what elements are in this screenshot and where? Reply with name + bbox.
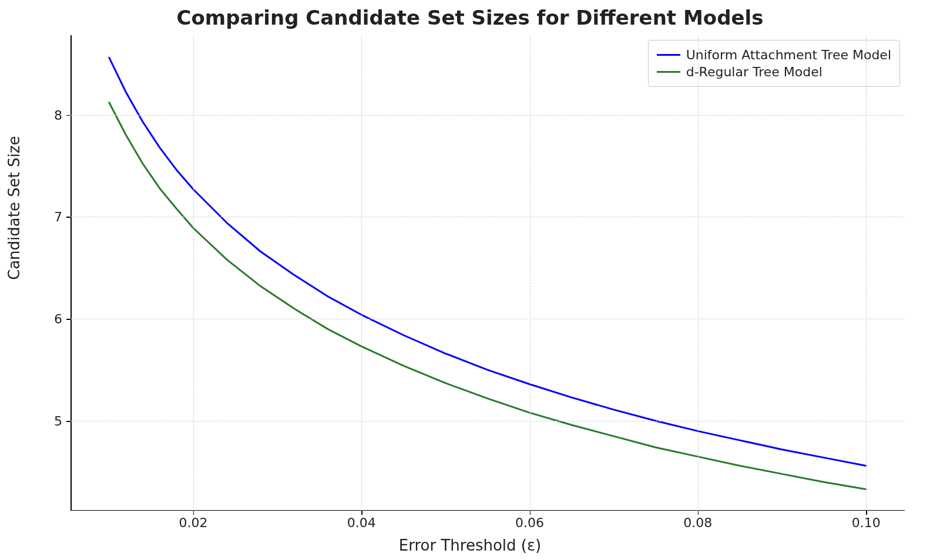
y-tick-label: 7 [54,210,62,224]
x-tick-label: 0.08 [683,515,712,530]
legend-label: Uniform Attachment Tree Model [686,48,891,62]
tick-mark [66,421,70,422]
grid-line [70,217,905,217]
x-tick-label: 0.04 [347,515,376,530]
x-tick-label: 0.02 [179,515,207,530]
chart-figure: Comparing Candidate Set Sizes for Differ… [0,0,940,560]
tick-mark [866,511,867,515]
legend-swatch [657,54,680,56]
y-tick-label: 8 [54,107,62,122]
plot-area: Uniform Attachment Tree Model d-Regular … [70,35,905,511]
grid-line [70,421,905,421]
grid-line [866,35,867,511]
tick-mark [361,511,362,515]
legend-item: d-Regular Tree Model [657,63,891,80]
tick-mark [66,115,70,116]
legend-swatch [657,71,680,73]
series-line [109,58,866,465]
tick-mark [530,511,531,515]
series-line [109,103,866,490]
grid-line [193,35,194,511]
grid-line [361,35,362,511]
legend-label: d-Regular Tree Model [686,65,822,79]
x-axis-label: Error Threshold (ε) [0,537,940,554]
tick-mark [66,217,70,218]
series-lines-svg [70,35,905,511]
grid-line [70,319,905,319]
y-axis-label: Candidate Set Size [5,136,23,280]
tick-mark [698,511,699,515]
legend: Uniform Attachment Tree Model d-Regular … [648,40,900,87]
legend-item: Uniform Attachment Tree Model [657,46,891,63]
chart-title: Comparing Candidate Set Sizes for Differ… [0,6,940,29]
y-tick-label: 6 [54,312,62,326]
grid-line [70,115,905,116]
y-tick-label: 5 [54,414,62,429]
x-tick-label: 0.10 [852,515,881,530]
grid-line [530,35,531,511]
x-tick-label: 0.06 [515,515,544,530]
tick-mark [193,511,194,515]
grid-line [698,35,699,511]
tick-mark [66,319,70,320]
